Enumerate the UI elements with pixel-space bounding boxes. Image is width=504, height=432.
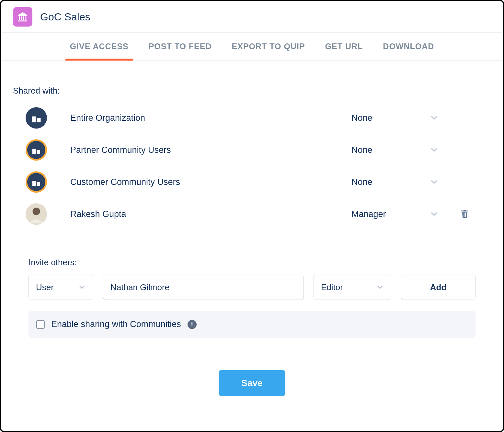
invite-row: User Nathan Gilmore Editor Add <box>29 275 475 300</box>
org-icon <box>26 107 47 129</box>
app-icon <box>13 7 32 27</box>
save-button-label: Save <box>241 378 262 388</box>
invite-type-value: User <box>36 282 54 292</box>
save-button[interactable]: Save <box>219 370 285 396</box>
add-button-label: Add <box>430 282 447 292</box>
permission-value: None <box>351 113 416 123</box>
invite-type-select[interactable]: User <box>29 275 93 300</box>
enable-sharing-checkbox[interactable] <box>36 320 45 329</box>
chevron-down-icon <box>78 283 86 291</box>
share-name: Entire Organization <box>47 113 351 123</box>
shared-with-list: Entire Organization None Partner Communi… <box>13 102 491 230</box>
share-row-partner-community: Partner Community Users None <box>13 134 491 166</box>
enable-sharing-label: Enable sharing with Communities <box>51 319 181 329</box>
share-name: Customer Community Users <box>47 177 351 187</box>
invite-role-select[interactable]: Editor <box>314 275 391 300</box>
community-icon <box>26 139 47 161</box>
shared-with-label: Shared with: <box>13 86 491 96</box>
tab-download[interactable]: DOWNLOAD <box>381 33 436 60</box>
bank-icon <box>17 11 28 22</box>
add-button[interactable]: Add <box>401 275 475 300</box>
enable-sharing-row: Enable sharing with Communities i <box>29 311 475 338</box>
invite-role-value: Editor <box>321 282 343 292</box>
chevron-down-icon[interactable] <box>430 113 439 122</box>
user-avatar <box>26 203 47 225</box>
svg-rect-3 <box>465 213 466 217</box>
invite-others-label: Invite others: <box>29 257 475 267</box>
tab-get-url[interactable]: GET URL <box>323 33 365 60</box>
chevron-down-icon[interactable] <box>430 210 439 219</box>
permission-value: Manager <box>351 209 416 219</box>
header: GoC Sales <box>1 1 503 32</box>
tabs: GIVE ACCESS POST TO FEED EXPORT TO QUIP … <box>1 32 503 61</box>
trash-icon[interactable] <box>460 209 470 219</box>
share-row-customer-community: Customer Community Users None <box>13 166 491 198</box>
share-name: Partner Community Users <box>47 145 351 155</box>
chevron-down-icon[interactable] <box>430 145 439 154</box>
share-name: Rakesh Gupta <box>47 209 351 219</box>
share-row-user: Rakesh Gupta Manager <box>13 198 491 230</box>
permission-value: None <box>351 145 416 155</box>
invite-name-value: Nathan Gilmore <box>110 282 169 292</box>
svg-rect-2 <box>464 213 464 217</box>
tab-export-to-quip[interactable]: EXPORT TO QUIP <box>230 33 307 60</box>
svg-point-1 <box>32 208 40 215</box>
invite-name-input[interactable]: Nathan Gilmore <box>103 275 304 300</box>
permission-value: None <box>351 177 416 187</box>
tab-give-access[interactable]: GIVE ACCESS <box>68 33 131 60</box>
page-title: GoC Sales <box>40 11 90 23</box>
community-icon <box>26 171 47 193</box>
share-row-entire-org: Entire Organization None <box>13 102 491 134</box>
chevron-down-icon <box>376 283 384 291</box>
chevron-down-icon[interactable] <box>430 177 439 187</box>
info-icon[interactable]: i <box>188 320 197 329</box>
tab-post-to-feed[interactable]: POST TO FEED <box>147 33 214 60</box>
